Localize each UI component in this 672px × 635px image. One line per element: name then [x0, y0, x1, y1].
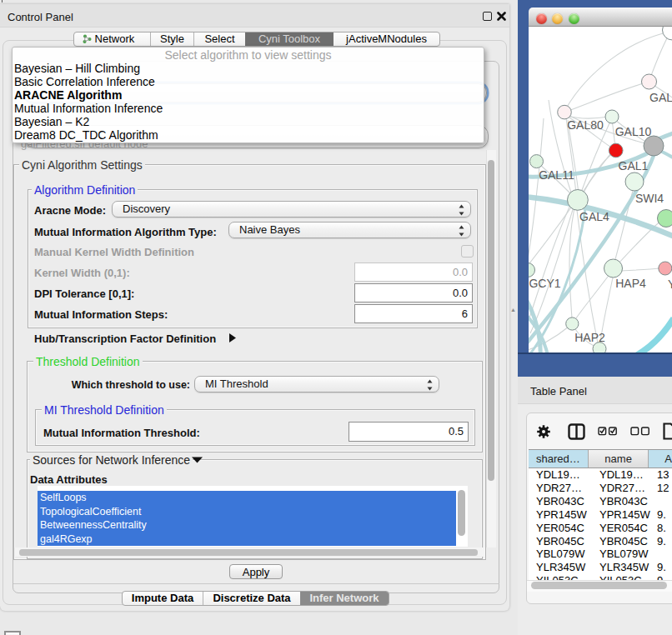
svg-text:HAP2: HAP2	[574, 331, 605, 344]
svg-text:GAL1: GAL1	[619, 159, 649, 172]
svg-text:GAL: GAL	[649, 91, 672, 104]
svg-text:GCY1: GCY1	[529, 277, 560, 290]
svg-text:GAL80: GAL80	[567, 118, 604, 132]
svg-text:GAL10: GAL10	[615, 125, 652, 138]
svg-text:GAL4: GAL4	[579, 210, 609, 223]
svg-text:HAP4: HAP4	[615, 277, 646, 290]
svg-text:Y: Y	[668, 278, 672, 291]
svg-text:GAL11: GAL11	[539, 168, 574, 182]
svg-text:SWI4: SWI4	[635, 192, 664, 205]
